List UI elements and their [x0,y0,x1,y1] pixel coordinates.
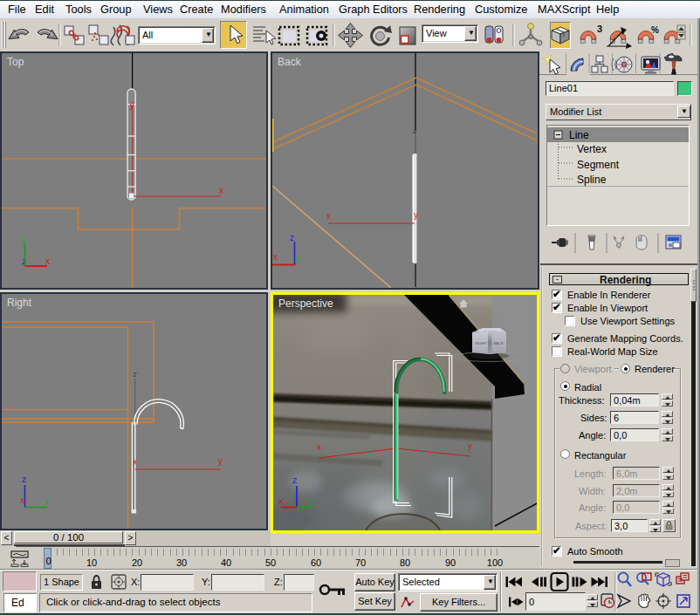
svg-text:z: z [413,126,417,135]
svg-text:y: y [218,456,223,466]
svg-text:y: y [295,254,299,263]
svg-text:z: z [22,475,26,484]
svg-text:z: z [134,370,138,379]
svg-text:y: y [22,235,26,244]
svg-text:%: % [651,25,659,35]
svg-text:y: y [130,100,134,110]
svg-text:y: y [45,495,49,505]
svg-text:y: y [308,495,313,506]
svg-text:z: z [290,233,294,243]
svg-text:x: x [273,252,278,262]
svg-text:x: x [20,495,24,505]
svg-text:y: y [468,441,472,451]
svg-text:x: x [278,495,284,506]
svg-text:z: z [292,475,298,485]
svg-text:y: y [414,210,418,220]
svg-text:3: 3 [597,24,602,34]
svg-text:BACK: BACK [494,341,504,345]
svg-text:x: x [317,442,321,452]
svg-text:RIGHT: RIGHT [476,341,488,345]
svg-text:x: x [133,457,137,467]
svg-text:x: x [45,256,50,266]
svg-text:x: x [219,186,223,195]
svg-text:x: x [326,211,331,221]
